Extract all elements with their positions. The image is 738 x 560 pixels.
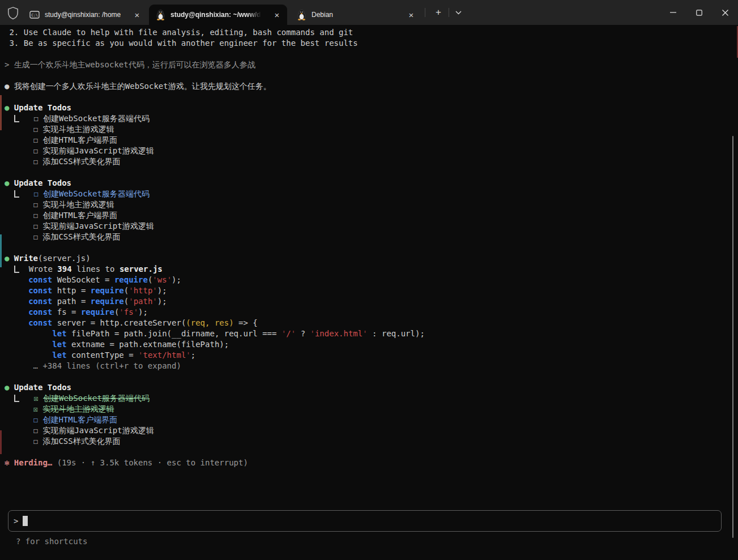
terminal-text: ● (5, 178, 14, 187)
terminal-line: ☐ 实现斗地主游戏逻辑 (5, 199, 730, 210)
terminal-text: ☐ 实现前端JavaScript游戏逻辑 (5, 426, 154, 435)
minimize-button[interactable] (660, 0, 686, 25)
terminal-text (5, 297, 28, 306)
terminal-text (5, 114, 14, 123)
close-button[interactable] (712, 0, 738, 25)
terminal-text (5, 329, 52, 338)
terminal-text: ☐ 实现前端JavaScript游戏逻辑 (5, 221, 154, 230)
tux-icon (156, 10, 165, 20)
terminal-text: fs (124, 307, 134, 317)
terminal-text (19, 114, 33, 123)
tab-title: study@qinshixian: ~/www/do (170, 11, 262, 19)
terminal-line (5, 49, 730, 59)
terminal-line: > 生成一个欢乐斗地主websocket代码，运行后可以在浏览器多人参战 (5, 59, 730, 70)
terminal-text: 394 (57, 264, 71, 273)
prompt-input-box[interactable]: > (8, 510, 722, 532)
new-tab-button[interactable]: + (430, 5, 446, 20)
terminal-text: path (134, 297, 153, 306)
terminal-text: ☐ 添加CSS样式美化界面 (5, 232, 121, 241)
terminal-text (5, 307, 28, 317)
terminal-text: server.js (120, 264, 163, 273)
terminal-text: ' (129, 297, 133, 306)
tab-close-icon[interactable]: × (407, 11, 416, 19)
terminal-window: C:\ study@qinshixian: /home × study (0, 0, 738, 560)
elbow-connector-icon (14, 190, 19, 198)
tab-close-icon[interactable]: × (272, 11, 281, 19)
terminal-line (5, 447, 730, 458)
terminal-line: ☐ 实现前端JavaScript游戏逻辑 (5, 146, 730, 156)
scrollbar[interactable] (732, 136, 733, 538)
elbow-connector-icon (14, 115, 19, 122)
terminal-line: ✻ Herding… (19s · ↑ 3.5k tokens · esc to… (5, 458, 730, 468)
terminal-line: … +384 lines (ctrl+r to expand) (5, 361, 730, 371)
tab-title: study@qinshixian: /home (45, 11, 121, 19)
terminal-text: fs = (52, 307, 81, 317)
terminal-text: 3. Be as specific as you would with anot… (5, 39, 358, 48)
terminal-line: ☒ 实现斗地主游戏逻辑 (5, 404, 730, 414)
tab-close-icon[interactable]: × (133, 11, 142, 19)
tabbar-separator (449, 8, 449, 17)
terminal-text: ☐ 创建HTML客户端界面 (5, 135, 117, 144)
tab-title: Debian (312, 11, 333, 19)
terminal-text: path = (52, 297, 90, 306)
terminal-line: ● Update Todos (5, 102, 730, 113)
terminal-text: let (52, 340, 66, 349)
terminal-text: ' (310, 329, 315, 338)
terminal-text: ☐ 添加CSS样式美化界面 (5, 437, 121, 446)
terminal-text: Wrote (29, 264, 58, 273)
terminal-text: Write (14, 254, 38, 263)
terminal-text: ☐ 实现前端JavaScript游戏逻辑 (5, 146, 154, 155)
terminal-text: Update Todos (14, 103, 71, 112)
terminal-line: const server = http.createServer((req, r… (5, 318, 730, 328)
terminal-line: ☐ 添加CSS样式美化界面 (5, 436, 730, 447)
terminal-text: const (28, 318, 52, 327)
terminal-line: ☐ 创建HTML客户端界面 (5, 210, 730, 221)
terminal-line: ☐ 创建WebSocket服务器端代码 (5, 113, 730, 124)
terminal-text: ( (124, 297, 129, 306)
terminal-text: ☐ 创建WebSocket服务器端代码 (33, 114, 150, 123)
terminal-text: server = http.createServer( (52, 318, 186, 327)
terminal-text: ws (157, 275, 167, 284)
terminal-text: WebSocket = (52, 275, 114, 284)
tab-bar: C:\ study@qinshixian: /home × study (0, 0, 738, 25)
terminal-text (5, 394, 14, 403)
terminal-text: => { (234, 318, 258, 327)
terminal-line: 3. Be as specific as you would with anot… (5, 38, 730, 49)
terminal-line: ☐ 添加CSS样式美化界面 (5, 232, 730, 242)
terminal-text: const (28, 307, 52, 317)
terminal-line: const http = require('http'); (5, 285, 730, 296)
terminal-text: require (114, 275, 148, 284)
terminal-line (5, 92, 730, 102)
terminal-text: ); (172, 275, 181, 284)
terminal-line: ☐ 实现前端JavaScript游戏逻辑 (5, 221, 730, 232)
terminal-text (5, 264, 14, 273)
terminal-output: 2. Use Claude to help with file analysis… (5, 27, 730, 468)
terminal-text: ☐ 创建HTML客户端界面 (5, 211, 117, 220)
terminal-text: 实现斗地主游戏逻辑 (42, 404, 114, 413)
cmd-icon: C:\ (29, 10, 40, 19)
tab-home[interactable]: C:\ study@qinshixian: /home × (23, 5, 147, 25)
terminal-text: ' (119, 307, 123, 317)
terminal-text: (server.js) (38, 254, 91, 263)
terminal-text: ? (296, 329, 310, 338)
terminal-line: let filePath = path.join(__dirname, req.… (5, 328, 730, 339)
terminal-line: const path = require('path'); (5, 296, 730, 307)
input-prompt: > (14, 516, 18, 525)
terminal-text: index.html (315, 329, 362, 338)
tab-debian[interactable]: Debian × (290, 5, 421, 25)
tab-wsl-active[interactable]: study@qinshixian: ~/www/do × (149, 5, 287, 25)
terminal-text: extname = path.extname(filePath); (67, 340, 229, 349)
terminal-text: let (52, 350, 66, 360)
terminal-text: ☐ 创建HTML客户端界面 (33, 415, 118, 424)
terminal-line: Wrote 394 lines to server.js (5, 264, 730, 275)
terminal-line: ☐ 实现斗地主游戏逻辑 (5, 124, 730, 135)
tab-dropdown-button[interactable] (451, 6, 466, 19)
terminal-viewport[interactable]: 2. Use Claude to help with file analysis… (0, 25, 738, 560)
terminal-text: ● (5, 103, 14, 112)
tabbar-separator (425, 8, 425, 17)
terminal-line: let contentType = 'text/html'; (5, 350, 730, 361)
maximize-button[interactable] (686, 0, 712, 25)
terminal-line: ☐ 实现前端JavaScript游戏逻辑 (5, 425, 730, 436)
terminal-text: > 生成一个欢乐斗地主websocket代码，运行后可以在浏览器多人参战 (5, 60, 255, 69)
terminal-line: ☐ 创建HTML客户端界面 (5, 414, 730, 425)
